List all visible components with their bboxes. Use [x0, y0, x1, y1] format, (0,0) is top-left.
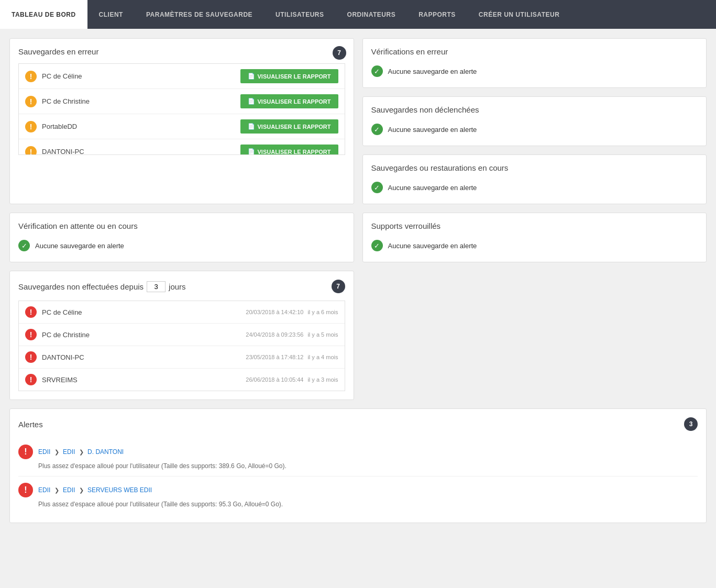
table-row: ! PC de Céline 📄 VISUALISER LE RAPPORT: [19, 64, 345, 89]
item-name: PC de Céline: [42, 308, 241, 316]
ok-icon: ✓: [371, 124, 383, 135]
ok-row: ✓ Aucune sauvegarde en alerte: [18, 238, 345, 253]
item-name: PortableDD: [42, 123, 240, 130]
supports-verrouilles-title: Supports verrouillés: [371, 221, 698, 230]
item-date: 23/05/2018 à 17:48:12: [246, 354, 303, 360]
verifications-erreur-card: Vérifications en erreur ✓ Aucune sauvega…: [362, 38, 707, 88]
breadcrumb-link-1[interactable]: EDII: [38, 486, 50, 494]
verification-attente-title: Vérification en attente ou en cours: [18, 221, 345, 230]
table-row: ! DANTONI-PC 23/05/2018 à 17:48:12 il y …: [19, 346, 345, 369]
item-name: PC de Christine: [42, 331, 241, 339]
error-icon: !: [25, 329, 37, 340]
sauvegardes-non-effectuees-card: Sauvegardes non effectuées depuis jours …: [9, 271, 354, 400]
item-name: PC de Céline: [42, 72, 240, 80]
sauvegardes-non-declenchees-title: Sauvegardes non déclenchées: [371, 105, 698, 114]
supports-verrouilles-card: Supports verrouillés ✓ Aucune sauvegarde…: [362, 213, 707, 262]
sauvegardes-erreur-badge: 7: [333, 46, 346, 60]
sauvegardes-non-effectuees-prefix: Sauvegardes non effectuées depuis: [18, 282, 144, 291]
item-ago: il y a 5 mois: [307, 331, 338, 338]
days-input[interactable]: [147, 281, 166, 292]
document-icon: 📄: [248, 73, 255, 80]
btn-label: VISUALISER LE RAPPORT: [258, 124, 331, 130]
ok-icon: ✓: [371, 182, 383, 193]
ok-row: ✓ Aucune sauvegarde en alerte: [371, 63, 698, 79]
ok-text: Aucune sauvegarde en alerte: [388, 184, 477, 192]
btn-label: VISUALISER LE RAPPORT: [258, 149, 331, 155]
document-icon: 📄: [248, 148, 255, 155]
sauvegardes-erreur-title: Sauvegardes en erreur: [18, 47, 345, 56]
chevron-icon: ❯: [79, 449, 84, 455]
visualiser-rapport-button[interactable]: 📄 VISUALISER LE RAPPORT: [240, 69, 338, 83]
nav-tableau-de-bord[interactable]: TABLEAU DE BORD: [0, 0, 87, 29]
verification-attente-card: Vérification en attente ou en cours ✓ Au…: [9, 213, 354, 262]
chevron-icon: ❯: [54, 487, 59, 493]
ok-text: Aucune sauvegarde en alerte: [35, 242, 124, 250]
alertes-title: Alertes: [18, 420, 43, 429]
item-date: 24/04/2018 à 09:23:56: [246, 331, 303, 338]
nav-rapports[interactable]: RAPPORTS: [407, 0, 467, 29]
visualiser-rapport-button[interactable]: 📄 VISUALISER LE RAPPORT: [240, 94, 338, 108]
alert-header: ! EDII ❯ EDII ❯ D. DANTONI: [18, 445, 698, 459]
sauvegardes-non-effectuees-list[interactable]: ! PC de Céline 20/03/2018 à 14:42:10 il …: [18, 301, 345, 391]
nav-creer-utilisateur[interactable]: CRÉER UN UTILISATEUR: [467, 0, 571, 29]
breadcrumb-link-3[interactable]: D. DANTONI: [87, 448, 124, 456]
item-name: DANTONI-PC: [42, 148, 240, 155]
sauvegardes-non-declenchees-card: Sauvegardes non déclenchées ✓ Aucune sau…: [362, 96, 707, 146]
breadcrumb-link-1[interactable]: EDII: [38, 448, 50, 456]
alert-message: Plus assez d'espace alloué pour l'utilis…: [38, 501, 698, 508]
error-icon: !: [25, 374, 37, 385]
item-name: DANTONI-PC: [42, 353, 241, 361]
error-icon: !: [25, 306, 37, 318]
error-icon: !: [25, 351, 37, 363]
table-row: ! PC de Christine 📄 VISUALISER LE RAPPOR…: [19, 89, 345, 114]
sauvegardes-restaurations-title: Sauvegardes ou restaurations en cours: [371, 163, 698, 172]
alert-icon: !: [18, 483, 33, 497]
right-panel: Vérifications en erreur ✓ Aucune sauvega…: [362, 38, 707, 204]
ok-text: Aucune sauvegarde en alerte: [388, 126, 477, 134]
table-row: ! PC de Christine 24/04/2018 à 09:23:56 …: [19, 324, 345, 346]
ok-icon: ✓: [18, 240, 30, 251]
alertes-badge: 3: [684, 417, 698, 431]
ok-row: ✓ Aucune sauvegarde en alerte: [371, 121, 698, 137]
btn-label: VISUALISER LE RAPPORT: [258, 73, 331, 80]
document-icon: 📄: [248, 98, 255, 105]
sauvegardes-restaurations-card: Sauvegardes ou restaurations en cours ✓ …: [362, 154, 707, 204]
verifications-erreur-title: Vérifications en erreur: [371, 47, 698, 56]
sauvegardes-erreur-list[interactable]: ! PC de Céline 📄 VISUALISER LE RAPPORT !…: [18, 63, 345, 155]
alert-breadcrumb: EDII ❯ EDII ❯ D. DANTONI: [38, 448, 124, 456]
visualiser-rapport-button[interactable]: 📄 VISUALISER LE RAPPORT: [240, 119, 338, 134]
alertes-card: Alertes 3 ! EDII ❯ EDII ❯ D. DANTONI Plu…: [9, 408, 707, 523]
visualiser-rapport-button[interactable]: 📄 VISUALISER LE RAPPORT: [240, 145, 338, 155]
ok-row: ✓ Aucune sauvegarde en alerte: [371, 238, 698, 253]
table-row: ! PortableDD 📄 VISUALISER LE RAPPORT: [19, 114, 345, 139]
main-navigation: TABLEAU DE BORD CLIENT PARAMÈTRES DE SAU…: [0, 0, 716, 29]
alertes-list[interactable]: ! EDII ❯ EDII ❯ D. DANTONI Plus assez d'…: [18, 438, 698, 514]
document-icon: 📄: [248, 123, 255, 130]
item-date: 20/03/2018 à 14:42:10: [246, 309, 303, 315]
ok-icon: ✓: [371, 240, 383, 251]
chevron-icon: ❯: [79, 487, 84, 493]
item-name: PC de Christine: [42, 97, 240, 105]
nav-utilisateurs[interactable]: UTILISATEURS: [264, 0, 335, 29]
btn-label: VISUALISER LE RAPPORT: [258, 98, 331, 105]
alert-icon: !: [18, 445, 33, 459]
breadcrumb-link-2[interactable]: EDII: [63, 486, 75, 494]
item-ago: il y a 6 mois: [307, 309, 338, 315]
sauvegardes-non-effectuees-badge: 7: [332, 280, 345, 293]
ok-icon: ✓: [371, 65, 383, 77]
list-item: ! EDII ❯ EDII ❯ SERVEURS WEB EDII Plus a…: [18, 476, 698, 514]
breadcrumb-link-2[interactable]: EDII: [63, 448, 75, 456]
table-row: ! DANTONI-PC 📄 VISUALISER LE RAPPORT: [19, 139, 345, 155]
warning-icon: !: [25, 71, 37, 82]
item-name: SRVREIMS: [42, 376, 241, 384]
empty-right-cell: [362, 271, 707, 400]
alert-message: Plus assez d'espace alloué pour l'utilis…: [38, 462, 698, 470]
nav-parametres-sauvegarde[interactable]: PARAMÈTRES DE SAUVEGARDE: [135, 0, 264, 29]
main-content: Sauvegardes en erreur 7 ! PC de Céline 📄…: [0, 29, 716, 532]
table-row: ! SRVREIMS 26/06/2018 à 10:05:44 il y a …: [19, 369, 345, 391]
ok-text: Aucune sauvegarde en alerte: [388, 242, 477, 250]
breadcrumb-link-3[interactable]: SERVEURS WEB EDII: [87, 486, 152, 494]
nav-client[interactable]: CLIENT: [87, 0, 135, 29]
alert-header: ! EDII ❯ EDII ❯ SERVEURS WEB EDII: [18, 483, 698, 497]
nav-ordinateurs[interactable]: ORDINATEURS: [336, 0, 407, 29]
